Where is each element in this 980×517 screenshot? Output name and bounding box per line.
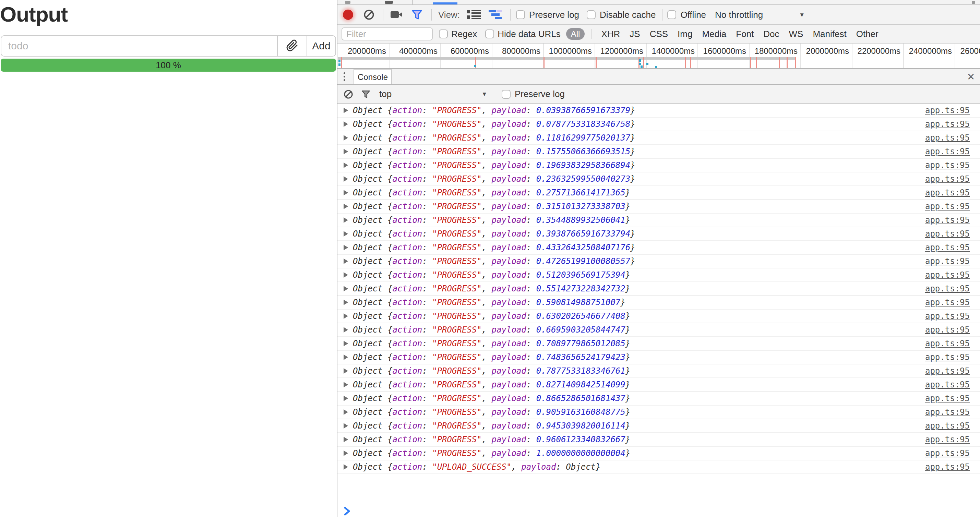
throttling-select[interactable]: No throttling <box>715 10 763 20</box>
kebab-menu-icon[interactable] <box>344 72 345 81</box>
source-link[interactable]: app.ts:95 <box>925 325 970 335</box>
expand-triangle-icon[interactable] <box>344 464 348 470</box>
source-link[interactable]: app.ts:95 <box>925 229 970 239</box>
expand-triangle-icon[interactable] <box>344 355 348 360</box>
expand-triangle-icon[interactable] <box>344 286 348 291</box>
expand-triangle-icon[interactable] <box>344 108 348 113</box>
expand-triangle-icon[interactable] <box>344 176 348 182</box>
source-link[interactable]: app.ts:95 <box>925 421 970 431</box>
chevron-down-icon[interactable]: ▼ <box>481 91 487 97</box>
expand-triangle-icon[interactable] <box>344 121 348 127</box>
expand-triangle-icon[interactable] <box>344 300 348 305</box>
add-button[interactable]: Add <box>307 36 336 56</box>
source-link[interactable]: app.ts:95 <box>925 202 970 211</box>
source-link[interactable]: app.ts:95 <box>925 462 970 472</box>
source-link[interactable]: app.ts:95 <box>925 449 970 458</box>
regex-checkbox[interactable] <box>439 30 448 38</box>
large-rows-icon[interactable] <box>467 10 481 20</box>
source-link[interactable]: app.ts:95 <box>925 311 970 321</box>
offline-checkbox[interactable] <box>667 10 676 19</box>
source-link[interactable]: app.ts:95 <box>925 188 970 197</box>
hide-data-urls-label[interactable]: Hide data URLs <box>498 29 561 40</box>
close-icon[interactable]: × <box>967 69 975 84</box>
expand-triangle-icon[interactable] <box>344 368 348 374</box>
preserve-log-checkbox[interactable] <box>516 10 525 19</box>
source-link[interactable]: app.ts:95 <box>925 297 970 307</box>
source-link[interactable]: app.ts:95 <box>925 270 970 280</box>
source-link[interactable]: app.ts:95 <box>925 366 970 376</box>
console-prompt[interactable] <box>337 501 980 517</box>
source-link[interactable]: app.ts:95 <box>925 161 970 170</box>
source-link[interactable]: app.ts:95 <box>925 133 970 143</box>
source-link[interactable]: app.ts:95 <box>925 435 970 444</box>
filter-type-ws[interactable]: WS <box>789 29 803 40</box>
filter-type-doc[interactable]: Doc <box>763 29 779 40</box>
expand-triangle-icon[interactable] <box>344 162 348 168</box>
chevron-down-icon[interactable]: ▼ <box>799 12 805 18</box>
console-preserve-log-label[interactable]: Preserve log <box>515 89 565 99</box>
expand-triangle-icon[interactable] <box>344 217 348 223</box>
devtools-menu-icon[interactable] <box>972 1 975 4</box>
source-link[interactable]: app.ts:95 <box>925 352 970 362</box>
filter-type-other[interactable]: Other <box>856 29 878 40</box>
expand-triangle-icon[interactable] <box>344 396 348 401</box>
filter-type-css[interactable]: CSS <box>650 29 668 40</box>
disable-cache-checkbox[interactable] <box>587 10 596 19</box>
expand-triangle-icon[interactable] <box>344 135 348 140</box>
expand-triangle-icon[interactable] <box>344 259 348 264</box>
filter-type-xhr[interactable]: XHR <box>601 29 620 40</box>
source-link[interactable]: app.ts:95 <box>925 407 970 417</box>
offline-label[interactable]: Offline <box>680 10 706 20</box>
expand-triangle-icon[interactable] <box>344 190 348 196</box>
disable-cache-label[interactable]: Disable cache <box>600 10 655 20</box>
network-overview-timeline[interactable]: 200000ms400000ms600000ms800000ms1000000m… <box>337 43 980 69</box>
expand-triangle-icon[interactable] <box>344 423 348 428</box>
expand-triangle-icon[interactable] <box>344 272 348 278</box>
expand-triangle-icon[interactable] <box>344 245 348 250</box>
expand-triangle-icon[interactable] <box>344 149 348 154</box>
inspect-icon[interactable] <box>345 1 350 4</box>
preserve-log-label[interactable]: Preserve log <box>529 10 579 20</box>
expand-triangle-icon[interactable] <box>344 437 348 442</box>
expand-triangle-icon[interactable] <box>344 341 348 346</box>
filter-type-media[interactable]: Media <box>702 29 726 40</box>
tab-console[interactable]: Console <box>353 69 392 84</box>
filter-icon[interactable] <box>412 9 422 20</box>
execution-context-select[interactable]: top <box>379 89 391 99</box>
camera-icon[interactable] <box>390 10 403 19</box>
clear-icon[interactable] <box>363 9 374 20</box>
source-link[interactable]: app.ts:95 <box>925 215 970 225</box>
attach-file-button[interactable] <box>278 36 307 56</box>
console-filter-icon[interactable] <box>361 89 370 99</box>
filter-type-js[interactable]: JS <box>630 29 640 40</box>
filter-type-manifest[interactable]: Manifest <box>813 29 846 40</box>
source-link[interactable]: app.ts:95 <box>925 174 970 184</box>
filter-type-all[interactable]: All <box>566 28 585 40</box>
expand-triangle-icon[interactable] <box>344 409 348 415</box>
network-filter-input[interactable] <box>342 27 433 40</box>
source-link[interactable]: app.ts:95 <box>925 256 970 266</box>
expand-triangle-icon[interactable] <box>344 231 348 237</box>
regex-label[interactable]: Regex <box>451 29 477 40</box>
hide-data-urls-checkbox[interactable] <box>485 30 494 38</box>
source-link[interactable]: app.ts:95 <box>925 380 970 390</box>
expand-triangle-icon[interactable] <box>344 327 348 332</box>
show-overview-icon[interactable] <box>487 10 503 20</box>
source-link[interactable]: app.ts:95 <box>925 106 970 115</box>
record-icon[interactable] <box>343 10 353 20</box>
source-link[interactable]: app.ts:95 <box>925 243 970 252</box>
source-link[interactable]: app.ts:95 <box>925 339 970 348</box>
expand-triangle-icon[interactable] <box>344 450 348 456</box>
device-toolbar-icon[interactable] <box>385 1 393 4</box>
filter-type-font[interactable]: Font <box>736 29 754 40</box>
source-link[interactable]: app.ts:95 <box>925 147 970 156</box>
expand-triangle-icon[interactable] <box>344 382 348 387</box>
console-preserve-log-checkbox[interactable] <box>502 90 511 99</box>
clear-console-icon[interactable] <box>344 89 353 99</box>
expand-triangle-icon[interactable] <box>344 313 348 319</box>
expand-triangle-icon[interactable] <box>344 204 348 209</box>
filter-type-img[interactable]: Img <box>678 29 692 40</box>
source-link[interactable]: app.ts:95 <box>925 284 970 293</box>
source-link[interactable]: app.ts:95 <box>925 119 970 129</box>
todo-input[interactable] <box>2 36 277 56</box>
